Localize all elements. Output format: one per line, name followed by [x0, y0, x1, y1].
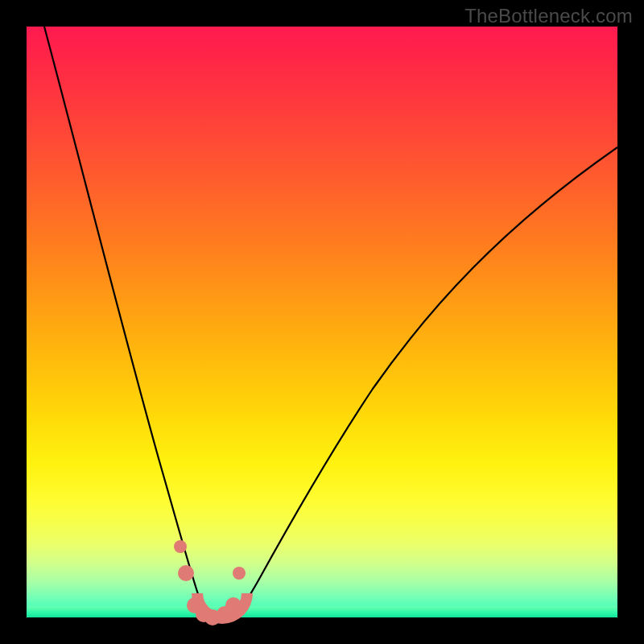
watermark-text: TheBottleneck.com [464, 5, 633, 27]
chart-frame: TheBottleneck.com [0, 0, 644, 644]
marker-point [174, 540, 187, 553]
curve-markers [27, 27, 617, 617]
marker-point [178, 565, 194, 581]
marker-point [233, 567, 246, 580]
plot-area [27, 27, 617, 617]
marker-point [225, 597, 242, 613]
